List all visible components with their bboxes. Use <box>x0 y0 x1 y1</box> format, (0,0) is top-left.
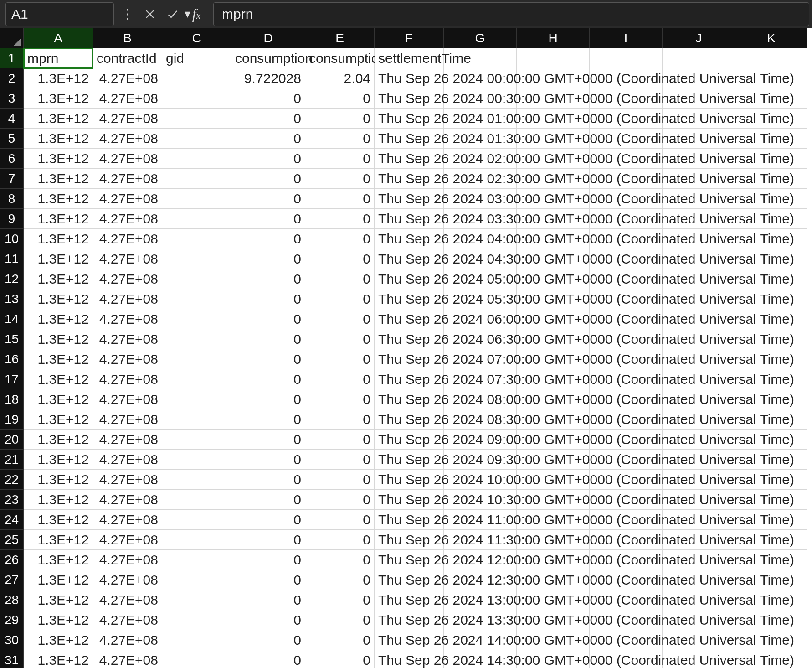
cell-B21[interactable]: 4.27E+08 <box>93 450 162 470</box>
row-header-25[interactable]: 25 <box>0 530 24 550</box>
cell-B8[interactable]: 4.27E+08 <box>93 189 162 209</box>
cell-D31[interactable]: 0 <box>231 650 305 668</box>
row-header-13[interactable]: 13 <box>0 289 24 309</box>
cell-F3[interactable]: Thu Sep 26 2024 00:30:00 GMT+0000 (Coord… <box>375 88 444 109</box>
cell-A15[interactable]: 1.3E+12 <box>24 329 93 349</box>
cell-A18[interactable]: 1.3E+12 <box>24 389 93 409</box>
name-box[interactable]: ▾ <box>5 2 114 26</box>
cell-B5[interactable]: 4.27E+08 <box>93 129 162 149</box>
cell-B14[interactable]: 4.27E+08 <box>93 309 162 329</box>
cell-F24[interactable]: Thu Sep 26 2024 11:00:00 GMT+0000 (Coord… <box>375 510 444 530</box>
cell-E12[interactable]: 0 <box>305 269 375 289</box>
cell-E4[interactable]: 0 <box>305 109 375 129</box>
cell-D4[interactable]: 0 <box>231 109 305 129</box>
cell-B16[interactable]: 4.27E+08 <box>93 349 162 369</box>
row-header-21[interactable]: 21 <box>0 450 24 470</box>
cell-D19[interactable]: 0 <box>231 409 305 430</box>
cell-B4[interactable]: 4.27E+08 <box>93 109 162 129</box>
cell-B11[interactable]: 4.27E+08 <box>93 249 162 269</box>
row-header-29[interactable]: 29 <box>0 610 24 630</box>
cell-C7[interactable] <box>162 169 231 189</box>
row-header-15[interactable]: 15 <box>0 329 24 349</box>
cell-F26[interactable]: Thu Sep 26 2024 12:00:00 GMT+0000 (Coord… <box>375 550 444 570</box>
column-header-B[interactable]: B <box>93 28 162 48</box>
cell-C30[interactable] <box>162 630 231 650</box>
row-header-14[interactable]: 14 <box>0 309 24 329</box>
cell-A26[interactable]: 1.3E+12 <box>24 550 93 570</box>
cell-D10[interactable]: 0 <box>231 229 305 249</box>
column-header-G[interactable]: G <box>444 28 517 48</box>
cell-A22[interactable]: 1.3E+12 <box>24 470 93 490</box>
row-header-28[interactable]: 28 <box>0 590 24 610</box>
cell-A14[interactable]: 1.3E+12 <box>24 309 93 329</box>
cell-B28[interactable]: 4.27E+08 <box>93 590 162 610</box>
row-header-19[interactable]: 19 <box>0 409 24 430</box>
cell-E17[interactable]: 0 <box>305 369 375 389</box>
cell-F28[interactable]: Thu Sep 26 2024 13:00:00 GMT+0000 (Coord… <box>375 590 444 610</box>
cell-E14[interactable]: 0 <box>305 309 375 329</box>
cell-E7[interactable]: 0 <box>305 169 375 189</box>
cell-E28[interactable]: 0 <box>305 590 375 610</box>
row-header-22[interactable]: 22 <box>0 470 24 490</box>
cell-D3[interactable]: 0 <box>231 88 305 109</box>
column-header-E[interactable]: E <box>305 28 375 48</box>
cell-C18[interactable] <box>162 389 231 409</box>
row-header-5[interactable]: 5 <box>0 129 24 149</box>
cell-E20[interactable]: 0 <box>305 430 375 450</box>
cell-A11[interactable]: 1.3E+12 <box>24 249 93 269</box>
cell-E30[interactable]: 0 <box>305 630 375 650</box>
cell-D2[interactable]: 9.722028 <box>231 68 305 88</box>
column-header-A[interactable]: A <box>24 28 93 48</box>
row-header-8[interactable]: 8 <box>0 189 24 209</box>
cell-A1[interactable]: mprn <box>24 48 93 68</box>
cell-F5[interactable]: Thu Sep 26 2024 01:30:00 GMT+0000 (Coord… <box>375 129 444 149</box>
cell-D21[interactable]: 0 <box>231 450 305 470</box>
row-header-9[interactable]: 9 <box>0 209 24 229</box>
cell-A17[interactable]: 1.3E+12 <box>24 369 93 389</box>
cell-D30[interactable]: 0 <box>231 630 305 650</box>
cell-F6[interactable]: Thu Sep 26 2024 02:00:00 GMT+0000 (Coord… <box>375 149 444 169</box>
cell-C8[interactable] <box>162 189 231 209</box>
cell-C12[interactable] <box>162 269 231 289</box>
cell-C22[interactable] <box>162 470 231 490</box>
row-header-31[interactable]: 31 <box>0 650 24 668</box>
cell-F8[interactable]: Thu Sep 26 2024 03:00:00 GMT+0000 (Coord… <box>375 189 444 209</box>
cell-D26[interactable]: 0 <box>231 550 305 570</box>
cell-B18[interactable]: 4.27E+08 <box>93 389 162 409</box>
fx-icon[interactable]: fx <box>184 5 209 22</box>
cell-B1[interactable]: contractId <box>93 48 162 68</box>
cell-A2[interactable]: 1.3E+12 <box>24 68 93 88</box>
cell-B12[interactable]: 4.27E+08 <box>93 269 162 289</box>
cell-I1[interactable] <box>590 48 663 68</box>
cell-C25[interactable] <box>162 530 231 550</box>
cell-F16[interactable]: Thu Sep 26 2024 07:00:00 GMT+0000 (Coord… <box>375 349 444 369</box>
cell-A3[interactable]: 1.3E+12 <box>24 88 93 109</box>
cell-H1[interactable] <box>517 48 590 68</box>
cell-C23[interactable] <box>162 490 231 510</box>
column-header-F[interactable]: F <box>375 28 444 48</box>
cell-B23[interactable]: 4.27E+08 <box>93 490 162 510</box>
cell-F31[interactable]: Thu Sep 26 2024 14:30:00 GMT+0000 (Coord… <box>375 650 444 668</box>
cell-B3[interactable]: 4.27E+08 <box>93 88 162 109</box>
cell-D22[interactable]: 0 <box>231 470 305 490</box>
cell-C5[interactable] <box>162 129 231 149</box>
cell-D24[interactable]: 0 <box>231 510 305 530</box>
cell-C16[interactable] <box>162 349 231 369</box>
cancel-icon[interactable] <box>139 4 160 25</box>
cell-C21[interactable] <box>162 450 231 470</box>
column-header-J[interactable]: J <box>663 28 735 48</box>
cell-B29[interactable]: 4.27E+08 <box>93 610 162 630</box>
cell-F11[interactable]: Thu Sep 26 2024 04:30:00 GMT+0000 (Coord… <box>375 249 444 269</box>
column-header-H[interactable]: H <box>517 28 590 48</box>
row-header-7[interactable]: 7 <box>0 169 24 189</box>
cell-B24[interactable]: 4.27E+08 <box>93 510 162 530</box>
cell-C6[interactable] <box>162 149 231 169</box>
cell-A13[interactable]: 1.3E+12 <box>24 289 93 309</box>
cell-A10[interactable]: 1.3E+12 <box>24 229 93 249</box>
cell-F4[interactable]: Thu Sep 26 2024 01:00:00 GMT+0000 (Coord… <box>375 109 444 129</box>
cell-A21[interactable]: 1.3E+12 <box>24 450 93 470</box>
cell-C17[interactable] <box>162 369 231 389</box>
cell-D15[interactable]: 0 <box>231 329 305 349</box>
cell-B15[interactable]: 4.27E+08 <box>93 329 162 349</box>
row-header-2[interactable]: 2 <box>0 68 24 88</box>
